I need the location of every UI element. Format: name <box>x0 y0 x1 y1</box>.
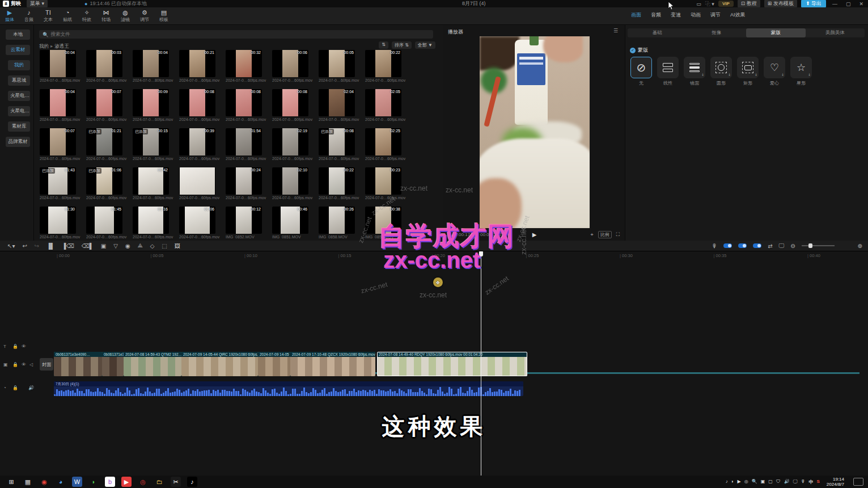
media-item[interactable]: 02:192024-07-0…60fps.mov <box>272 128 317 161</box>
toolbar-tab-调节[interactable]: ⚙调节 <box>135 9 154 24</box>
media-thumbnail[interactable]: 00:22 <box>365 50 401 77</box>
media-thumbnail[interactable]: 00:04 <box>40 89 76 116</box>
zoom-out-icon[interactable]: ⊖ <box>790 243 795 249</box>
tray-icon-12[interactable]: S <box>817 479 820 485</box>
cover-button[interactable]: 封面 <box>40 358 53 371</box>
media-thumbnail[interactable]: 已添加01:21 <box>86 128 122 155</box>
mirror-icon[interactable]: ⟁ <box>138 242 143 249</box>
media-item[interactable]: 01:062024-07-0…60fps.mov <box>179 207 225 239</box>
export-button[interactable]: ⬆ 导出 <box>801 0 826 8</box>
redo-icon[interactable]: ↪ <box>35 243 39 249</box>
frame-detect-icon[interactable]: ⌖ <box>591 232 594 238</box>
track-expand-icon[interactable]: ⇄ <box>768 243 772 249</box>
media-thumbnail[interactable]: 已添加00:08 <box>319 128 355 155</box>
media-item[interactable]: 01:542024-07-0…60fps.mov <box>226 128 271 161</box>
inspector-tab-动画[interactable]: 动画 <box>691 11 701 19</box>
inspector-tab-AI效果[interactable]: AI效果 <box>730 11 746 19</box>
tray-icon-2[interactable]: ▶ <box>738 479 741 485</box>
mask-option-矩形[interactable]: ⤓矩形 <box>736 57 759 86</box>
select-tool[interactable]: ↖▾ <box>7 243 15 249</box>
media-item[interactable]: 00:232024-07-0…60fps.mov <box>365 167 410 200</box>
record-voiceover-icon[interactable]: 🎙 <box>712 243 717 249</box>
mask-rect-icon[interactable]: ⤓ <box>737 57 759 78</box>
playhead[interactable] <box>481 251 481 478</box>
video-preview[interactable] <box>480 36 590 228</box>
media-thumbnail[interactable]: 00:22 <box>319 167 355 195</box>
crop-icon[interactable]: ⬚ <box>162 243 167 249</box>
media-thumbnail[interactable]: 00:04 <box>40 50 76 77</box>
media-thumbnail[interactable]: 00:21 <box>179 50 215 77</box>
publish-template-button[interactable]: ⊞ 发布模板 <box>764 0 797 8</box>
media-thumbnail[interactable]: 00:09 <box>133 89 169 116</box>
media-thumbnail[interactable]: 01:16 <box>133 207 169 234</box>
sort-button[interactable]: 排序 ⇅ <box>392 41 412 49</box>
menu-dropdown[interactable]: 菜单 ▾ <box>27 0 48 8</box>
mask-linear-icon[interactable] <box>657 57 679 78</box>
sidebar-item-火星电…[interactable]: 火星电… <box>8 91 30 101</box>
media-thumbnail[interactable]: 已添加00:15 <box>133 128 169 155</box>
video-track-mute-icon[interactable]: ◁ <box>29 362 33 367</box>
media-thumbnail[interactable]: 00:46 <box>272 207 308 234</box>
media-thumbnail[interactable]: 01:45 <box>86 207 122 234</box>
media-item[interactable]: 已添加01:432024-07-0…60fps.mov <box>40 167 85 200</box>
taskbar-app-word[interactable]: W <box>72 477 82 487</box>
tray-icon-7[interactable]: 🛡 <box>776 479 781 485</box>
tray-icon-8[interactable]: 🔊 <box>784 479 790 485</box>
tray-icon-5[interactable]: ▣ <box>761 479 765 485</box>
video-clip[interactable]: 0b061371e3e4090… <box>102 352 124 376</box>
media-thumbnail[interactable]: 00:26 <box>319 207 355 234</box>
mask-none-icon[interactable]: ⊘ <box>630 57 652 78</box>
matting-icon[interactable]: 🖼 <box>175 243 180 249</box>
media-item[interactable]: 00:042024-07-0…80fps.mov <box>133 50 178 82</box>
mask-star-icon[interactable]: ☆⤓ <box>790 57 812 78</box>
media-item[interactable]: 2024-07-0…60fps.mov <box>179 167 225 200</box>
mask-option-圆形[interactable]: ⤓圆形 <box>710 57 732 86</box>
delete-icon[interactable]: ▣ <box>101 243 106 249</box>
media-thumbnail[interactable]: 00:03 <box>86 50 122 77</box>
media-thumbnail[interactable]: 02:25 <box>365 128 401 155</box>
media-item[interactable]: 00:082024-07-0…60fps.mov <box>272 89 317 121</box>
tray-icon-1[interactable]: ◗ <box>731 479 734 485</box>
sidebar-item-本地[interactable]: 本地▸ <box>6 30 30 40</box>
snap-toggle[interactable] <box>723 243 732 248</box>
media-thumbnail[interactable]: 01:06 <box>179 207 215 234</box>
media-item[interactable]: 00:042024-07-0…60fps.mov <box>40 50 85 82</box>
toolbar-tab-文本[interactable]: TI文本 <box>39 9 58 24</box>
media-item[interactable]: 00:242024-07-0…60fps.mov <box>226 167 271 200</box>
mask-option-镜面[interactable]: ⤓镜面 <box>683 57 706 86</box>
taskbar-app-app-b[interactable]: b <box>105 477 115 487</box>
toolbar-tab-特效[interactable]: ✧特效 <box>77 9 96 24</box>
mask-circle-icon[interactable]: ⤓ <box>710 57 732 78</box>
undo-icon[interactable]: ↩ <box>22 243 27 249</box>
taskbar-app-chrome[interactable]: ◉ <box>39 477 49 487</box>
audio-track-lock-icon[interactable]: 🔒 <box>12 385 18 390</box>
media-thumbnail[interactable]: 00:06 <box>272 50 308 77</box>
video-clip[interactable]: 0b061371e3e4090… <box>54 352 102 376</box>
media-thumbnail[interactable]: 00:04 <box>133 50 169 77</box>
media-thumbnail[interactable]: 已添加01:06 <box>86 167 122 195</box>
video-clip[interactable]: 2024-07-08 14-59-43 QTM2 192… <box>124 352 181 376</box>
media-thumbnail[interactable]: 02:10 <box>272 167 308 195</box>
inspector-tab-音频[interactable]: 音频 <box>651 11 661 19</box>
media-item[interactable]: 00:042024-07-0…60fps.mov <box>40 89 85 121</box>
tray-icon-0[interactable]: ♪ <box>726 479 728 485</box>
media-item[interactable]: 00:26IMG_0858.MOV <box>319 207 364 239</box>
media-thumbnail[interactable]: 02:05 <box>365 89 401 116</box>
media-thumbnail[interactable]: 00:12 <box>226 207 262 234</box>
media-item[interactable]: 00:212024-07-0…60fps.mov <box>179 50 225 82</box>
delete-left-icon[interactable]: ▐⌫ <box>62 243 74 249</box>
video-clip[interactable]: 2024-07-09 17-10-48 QZCX 1920x1080 60fps… <box>290 352 375 376</box>
filter-all-button[interactable]: 全部 ▼ <box>415 41 435 49</box>
subtab-基础[interactable]: 基础 <box>628 28 687 37</box>
media-item[interactable]: 01:162024-07-0…60fps.mov <box>133 207 178 239</box>
media-thumbnail[interactable]: 02:19 <box>272 128 308 155</box>
linkage-toggle[interactable] <box>738 243 747 248</box>
tray-icon-3[interactable]: ◎ <box>744 479 748 485</box>
tray-icon-9[interactable]: 🖵 <box>793 479 798 485</box>
rotate-icon[interactable]: ◇ <box>150 243 155 249</box>
ratio-button[interactable]: 比例 <box>598 231 612 238</box>
mask-option-无[interactable]: ⊘无 <box>630 57 653 86</box>
tray-icon-4[interactable]: 🔍 <box>752 479 757 485</box>
media-item[interactable]: 已添加01:212024-07-0…60fps.mov <box>86 128 132 161</box>
media-item[interactable]: 00:032024-07-0…60fps.mov <box>86 50 132 82</box>
